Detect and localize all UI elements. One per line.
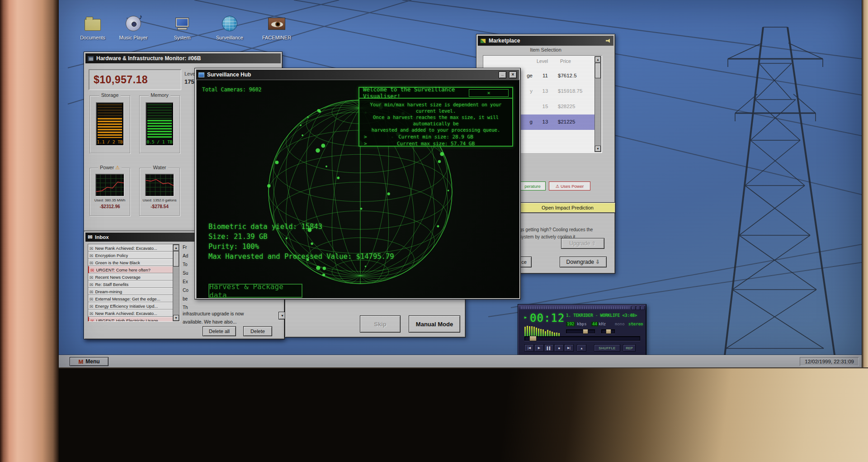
marketplace-titlebar[interactable]: Marketplace <box>478 36 613 46</box>
computer-icon <box>175 18 189 30</box>
hardware-titlebar[interactable]: Hardware & Infrastructure Monitor: #06B <box>85 53 281 63</box>
music-player: ▶ 00:12 1. TEKRIDER - WORKLIFE <3:48> 19… <box>518 304 646 356</box>
prompt-icon: > <box>364 141 367 147</box>
mail-scrollbar[interactable] <box>173 244 179 321</box>
balance-panel: $10,957.18 <box>89 69 181 90</box>
marketplace-icon <box>480 38 486 43</box>
water-group: Water Used: 1352.0 gallons -$278.54 <box>139 168 180 216</box>
mail-item[interactable]: Energy Efficiency Initiative Upd... <box>88 302 173 310</box>
balance-thumb[interactable] <box>606 329 611 334</box>
desktop-icon-documents[interactable]: Documents <box>76 14 109 40</box>
mail-item-urgent[interactable]: URGENT: Come here often? <box>88 266 173 273</box>
item-selection-label: Item Selection <box>476 47 615 52</box>
player-titlebar[interactable] <box>519 305 646 310</box>
scroll-down-icon[interactable] <box>595 146 601 152</box>
chip-icon <box>88 56 94 61</box>
seek-thumb[interactable] <box>529 336 537 341</box>
volume-thumb[interactable] <box>583 329 588 334</box>
seek-bar[interactable] <box>524 336 640 341</box>
biometric-yield: Biometric data yield: 15843 <box>208 222 394 232</box>
monitor-bezel-right <box>862 0 868 367</box>
storage-value: 1.1 / 2 TB <box>96 139 123 144</box>
speaker-icon[interactable] <box>606 38 611 43</box>
volume-slider[interactable] <box>566 329 595 333</box>
player-shade-icon[interactable] <box>636 306 640 310</box>
mono-indicator: mono <box>615 322 625 326</box>
repeat-button[interactable]: REP <box>623 344 636 352</box>
water-cost: -$278.54 <box>140 204 179 209</box>
mail-body-line2: available. We have also... <box>183 319 275 324</box>
stereo-indicator: stereo <box>628 322 643 326</box>
next-button[interactable] <box>564 344 574 352</box>
mail-preview-fields: Fr Ad To Su Ex Co be Th <box>183 245 189 314</box>
dialog-line3: harvested and added to your processing q… <box>363 127 509 133</box>
scroll-up-icon[interactable] <box>595 57 601 62</box>
desktop-icon-surveillance[interactable]: Surveillance <box>213 14 246 40</box>
menu-button[interactable]: M Menu <box>70 357 108 366</box>
mail-item-urgent[interactable]: URGENT: High Electricity Usage <box>88 317 173 322</box>
scroll-down-icon[interactable] <box>173 315 179 321</box>
mail-item[interactable]: External Message: Get the edge... <box>88 295 173 302</box>
folder-icon <box>85 19 101 31</box>
scroll-thumb[interactable] <box>173 251 179 267</box>
minimize-button[interactable] <box>499 71 506 78</box>
surveillance-canvas: Total Cameras: 9602 Welcome to the Surve… <box>196 80 520 299</box>
water-used: Used: 1352.0 gallons <box>140 198 179 202</box>
previous-button[interactable] <box>524 344 534 352</box>
desktop-icon-music-player[interactable]: Music Player <box>117 14 150 40</box>
mail-item[interactable]: New Rank Achieved: Excavato... <box>88 310 173 317</box>
monitor-bezel-bottom <box>59 367 868 462</box>
mail-item[interactable]: Recent News Coverage <box>88 273 173 281</box>
power-group: Power ⚠ Used: 380.35 MWh -$2312.96 <box>90 168 130 216</box>
delete-all-button[interactable]: Delete all <box>203 326 236 336</box>
track-time: 00:12 <box>530 312 565 324</box>
item-description-line1: gs getting high? Cooling reduces the <box>519 227 615 232</box>
upgrade-button[interactable]: Upgrade ⇧ <box>561 238 604 249</box>
memory-value: 0.5 / 1 TB <box>146 139 173 144</box>
mail-item[interactable]: Dream-mining <box>88 288 173 295</box>
column-header-level: Level <box>537 58 548 64</box>
scroll-thumb[interactable] <box>595 63 601 78</box>
skip-button[interactable]: Skip <box>360 315 401 333</box>
icon-label: Documents <box>76 35 109 40</box>
power-label: Power <box>100 165 114 170</box>
shuffle-button[interactable]: SHUFFLE <box>594 344 620 352</box>
play-button[interactable] <box>534 344 544 352</box>
window-processing-fragment: Skip Manual Mode <box>285 297 466 338</box>
pause-button[interactable] <box>544 344 554 352</box>
min-size: Current min size: 28.9 GB <box>398 134 473 140</box>
player-close-icon[interactable] <box>641 306 645 310</box>
manual-mode-button[interactable]: Manual Mode <box>409 315 460 333</box>
memory-group: Memory 0.5 / 1 TB <box>139 95 180 153</box>
mail-item[interactable]: New Rank Achieved: Excavato... <box>88 244 173 252</box>
window-title: Surveillance Hub <box>207 71 251 78</box>
mail-item[interactable]: Encryption Policy <box>88 252 173 259</box>
eject-button[interactable] <box>577 344 586 352</box>
desktop-icon-system[interactable]: System <box>165 14 199 40</box>
power-used: Used: 380.35 MWh <box>90 198 130 202</box>
icon-label: System <box>165 35 199 40</box>
column-header-price: Price <box>560 58 571 64</box>
storage-label: Storage <box>99 92 121 98</box>
stop-button[interactable] <box>554 344 564 352</box>
scroll-up-icon[interactable] <box>173 245 179 251</box>
player-minimize-icon[interactable] <box>632 306 636 310</box>
balance-slider[interactable] <box>601 329 615 333</box>
icon-label: Music Player <box>117 35 150 40</box>
globe-icon <box>222 16 237 31</box>
harvest-package-button[interactable]: Harvest & Package data <box>208 284 302 298</box>
total-cameras: Total Cameras: 9602 <box>202 86 262 93</box>
mail-item[interactable]: Green is the New Black <box>88 259 173 266</box>
desktop-icon-faceminer[interactable]: FACEMINER <box>260 14 293 40</box>
mail-item[interactable]: Re: Staff Benefits <box>88 281 173 288</box>
track-title: 1. TEKRIDER - WORKLIFE <3:48> <box>566 313 643 318</box>
dialog-close-button[interactable]: × <box>469 89 509 97</box>
close-button[interactable] <box>509 71 517 78</box>
surveillance-titlebar[interactable]: Surveillance Hub <box>196 70 519 80</box>
delete-button[interactable]: Delete <box>243 326 272 336</box>
open-impact-prediction-button[interactable]: Open Impact Prediction <box>519 202 616 213</box>
downgrade-button[interactable]: Downgrade ⇩ <box>560 257 607 267</box>
listbox-scrollbar[interactable] <box>594 56 601 152</box>
cd-music-icon <box>126 16 141 31</box>
icon-label: FACEMINER <box>260 35 293 40</box>
